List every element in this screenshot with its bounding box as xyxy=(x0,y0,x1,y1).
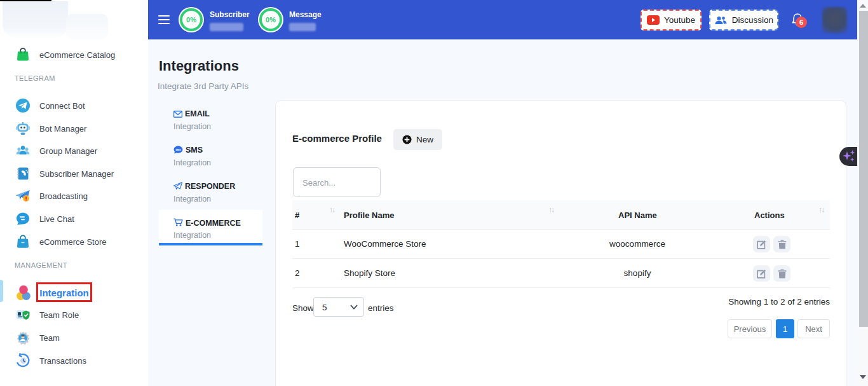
svg-text:SMS: SMS xyxy=(175,148,181,151)
